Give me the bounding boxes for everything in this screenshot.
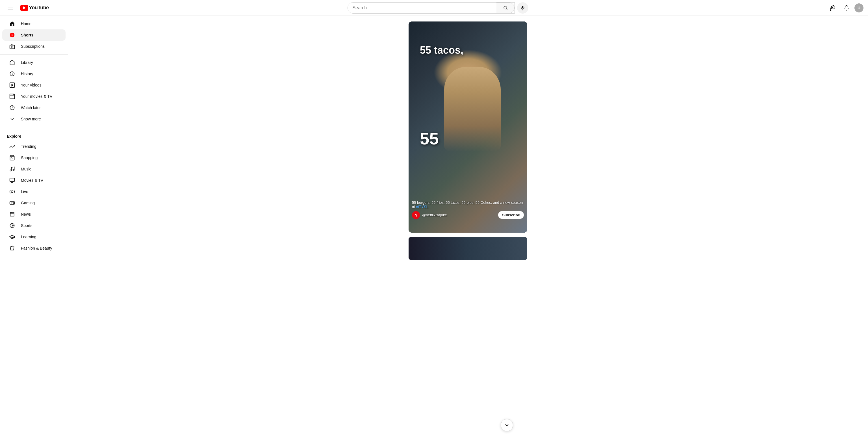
- sidebar-item-your-videos[interactable]: Your videos: [2, 80, 66, 91]
- live-label: Live: [21, 190, 28, 194]
- logo[interactable]: YouTube: [20, 5, 49, 11]
- shorts-label: Shorts: [21, 33, 33, 37]
- svg-marker-9: [11, 46, 12, 48]
- svg-point-0: [504, 6, 507, 9]
- content-area: 55 tacos, 55 55 burgers, 55 fries, 55 ta…: [409, 16, 527, 437]
- channel-avatar: N: [412, 211, 420, 219]
- next-video-card[interactable]: [409, 237, 527, 260]
- hamburger-button[interactable]: [4, 2, 16, 13]
- cast-icon: [830, 5, 836, 11]
- video-description: 55 burgers, 55 fries, 55 tacos, 55 pies,…: [412, 200, 524, 209]
- trending-icon: [9, 143, 15, 149]
- main-content: 55 tacos, 55 55 burgers, 55 fries, 55 ta…: [68, 16, 868, 437]
- channel-initial: N: [414, 213, 417, 217]
- learning-icon: [9, 234, 15, 240]
- show-more-label: Show more: [21, 117, 41, 121]
- sidebar-item-watch-later[interactable]: Watch later: [2, 102, 66, 113]
- your-videos-icon: [9, 82, 15, 88]
- movies-tv-icon: [9, 177, 15, 183]
- sidebar-item-news[interactable]: News: [2, 209, 66, 220]
- subscriptions-icon: [9, 43, 15, 50]
- sidebar-item-subscriptions[interactable]: Subscriptions: [2, 41, 66, 52]
- video-bottom-info: 55 burgers, 55 fries, 55 tacos, 55 pies,…: [412, 200, 524, 219]
- svg-marker-12: [11, 84, 13, 86]
- channel-name: @netflixisajoke: [422, 213, 447, 217]
- shopping-icon: [9, 155, 15, 161]
- svg-point-24: [11, 191, 13, 193]
- sidebar-item-sports[interactable]: Sports: [2, 220, 66, 231]
- home-icon: [9, 21, 15, 27]
- hamburger-icon: [8, 6, 13, 10]
- explore-title: Explore: [0, 129, 68, 141]
- sidebar-item-shorts[interactable]: Shorts: [2, 29, 66, 41]
- svg-point-19: [10, 170, 11, 171]
- sidebar-item-fashion[interactable]: Fashion & Beauty: [2, 242, 66, 254]
- sidebar-item-history[interactable]: History: [2, 68, 66, 80]
- svg-line-1: [506, 9, 507, 10]
- live-icon: [9, 188, 15, 195]
- subscribe-button[interactable]: Subscribe: [498, 211, 524, 219]
- header-left: YouTube: [4, 2, 49, 13]
- chevron-down-arrow-icon: [504, 422, 510, 428]
- cast-button[interactable]: [827, 2, 839, 13]
- svg-rect-21: [10, 178, 15, 182]
- scroll-down-button[interactable]: [501, 419, 513, 431]
- sidebar-item-trending[interactable]: Trending: [2, 141, 66, 152]
- sidebar-item-library[interactable]: Library: [2, 57, 66, 68]
- home-label: Home: [21, 22, 31, 26]
- sidebar-item-movies-tv[interactable]: Movies & TV: [2, 175, 66, 186]
- watch-later-icon: [9, 105, 15, 111]
- bell-icon: [844, 5, 849, 11]
- movies-icon: [9, 93, 15, 99]
- subscriptions-label: Subscriptions: [21, 44, 44, 49]
- gaming-icon: [9, 200, 15, 206]
- sidebar-item-music[interactable]: Music: [2, 164, 66, 175]
- shopping-label: Shopping: [21, 155, 38, 160]
- svg-point-29: [13, 203, 14, 204]
- fashion-label: Fashion & Beauty: [21, 246, 52, 251]
- avatar[interactable]: U: [855, 3, 864, 12]
- youtube-logo-icon: [20, 5, 28, 11]
- video-channel: N @netflixisajoke Subscribe: [412, 211, 524, 219]
- svg-point-4: [830, 10, 831, 10]
- sidebar-item-gaming[interactable]: Gaming: [2, 197, 66, 209]
- gaming-label: Gaming: [21, 201, 35, 205]
- fashion-icon: [9, 245, 15, 251]
- library-icon: [9, 59, 15, 65]
- mic-button[interactable]: [517, 2, 528, 13]
- sidebar-item-show-more[interactable]: Show more: [2, 113, 66, 125]
- sidebar: Home Shorts Subscriptions Library Histor…: [0, 16, 68, 437]
- music-label: Music: [21, 167, 31, 171]
- search-button[interactable]: [496, 3, 515, 13]
- sports-label: Sports: [21, 223, 32, 228]
- sports-icon: [9, 223, 15, 229]
- mic-icon: [520, 5, 525, 10]
- video-card[interactable]: 55 tacos, 55 55 burgers, 55 fries, 55 ta…: [409, 22, 527, 233]
- svg-point-20: [13, 169, 14, 171]
- sidebar-item-live[interactable]: Live: [2, 186, 66, 197]
- search-bar: [347, 2, 515, 13]
- video-text-top: 55 tacos,: [420, 44, 463, 56]
- your-movies-label: Your movies & TV: [21, 94, 52, 99]
- shorts-icon: [9, 32, 15, 38]
- video-hashtag: #ITYSL: [416, 205, 428, 209]
- sidebar-item-home[interactable]: Home: [2, 18, 66, 29]
- sidebar-item-your-movies[interactable]: Your movies & TV: [2, 91, 66, 102]
- sidebar-item-learning[interactable]: Learning: [2, 231, 66, 242]
- notifications-button[interactable]: [841, 2, 852, 13]
- video-frame: 55 tacos, 55 55 burgers, 55 fries, 55 ta…: [409, 22, 527, 233]
- svg-rect-13: [10, 94, 15, 99]
- sidebar-item-shopping[interactable]: Shopping: [2, 152, 66, 164]
- learning-label: Learning: [21, 235, 36, 239]
- person-body: [444, 67, 501, 151]
- svg-rect-2: [522, 6, 524, 8]
- header: YouTube U: [0, 0, 868, 16]
- news-label: News: [21, 212, 31, 216]
- news-icon: [9, 211, 15, 217]
- sidebar-divider-1: [0, 54, 68, 55]
- music-icon: [9, 166, 15, 172]
- next-video-bg: [409, 237, 527, 260]
- search-input[interactable]: [348, 3, 496, 13]
- watch-later-label: Watch later: [21, 106, 41, 110]
- header-right: U: [827, 2, 864, 13]
